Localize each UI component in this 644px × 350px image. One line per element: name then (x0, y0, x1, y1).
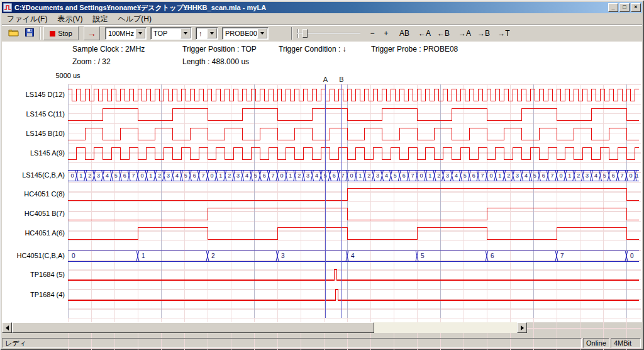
maximize-button[interactable]: □ (619, 3, 630, 12)
scroll-left-button[interactable] (2, 322, 12, 333)
toolbar-separator (40, 27, 41, 40)
floppy-disk-icon (25, 28, 34, 38)
waveform-area[interactable] (2, 42, 642, 322)
menu-view[interactable]: 表示(V) (52, 13, 87, 25)
combo-dropdown-button[interactable] (180, 28, 191, 38)
status-message: レディ (2, 338, 582, 348)
statusbar: レディ Online 4MBit (2, 338, 642, 348)
time-axis-label: 5000 us (53, 72, 83, 79)
combo-dropdown-button[interactable] (257, 28, 267, 38)
toolbar-separator (291, 27, 292, 40)
app-window: C:¥Documents and Settings¥noname¥デスクトップ¥… (0, 0, 644, 350)
jump-to-b-left-button[interactable]: ←B (435, 27, 452, 40)
triangle-right-icon (521, 325, 524, 330)
trigger-position-info: Trigger Position : TOP (182, 45, 257, 54)
menubar: ファイル(F) 表示(V) 設定 ヘルプ(H) (2, 14, 642, 25)
chevron-down-icon (210, 32, 214, 35)
menu-file[interactable]: ファイル(F) (2, 13, 52, 25)
horizontal-scrollbar[interactable] (2, 322, 527, 333)
jump-to-trigger-button[interactable]: →T (495, 27, 513, 40)
menu-help[interactable]: ヘルプ(H) (113, 13, 157, 25)
stop-button[interactable]: Stop (43, 26, 79, 40)
minimize-button[interactable]: _ (608, 3, 618, 12)
status-online: Online (583, 338, 609, 348)
chevron-down-icon (260, 32, 264, 35)
ab-span-button[interactable]: AB (396, 27, 413, 40)
open-file-button[interactable] (6, 27, 21, 40)
titlebar[interactable]: C:¥Documents and Settings¥noname¥デスクトップ¥… (2, 2, 642, 13)
sample-clock-combo[interactable]: 100MHz (105, 27, 147, 40)
jump-to-a-right-button[interactable]: →A (456, 27, 474, 40)
jump-to-b-right-button[interactable]: →B (475, 27, 492, 40)
trigger-position-combo[interactable]: TOP (150, 27, 192, 40)
combo-dropdown-button[interactable] (135, 28, 145, 38)
trigger-edge-value: ↑ (196, 30, 207, 37)
chevron-down-icon (184, 32, 187, 35)
app-icon (3, 3, 12, 12)
trigger-probe-info: Trigger Probe : PROBE08 (371, 45, 458, 54)
chevron-down-icon (138, 32, 142, 35)
trigger-position-value: TOP (151, 30, 180, 37)
sample-clock-info: Sample Clock : 2MHz (72, 45, 145, 54)
window-title: C:¥Documents and Settings¥noname¥デスクトップ¥… (14, 3, 607, 13)
close-button[interactable]: × (631, 3, 641, 12)
run-arrow-icon: → (87, 28, 96, 38)
save-file-button[interactable] (22, 27, 37, 40)
zoom-info: Zoom : / 32 (72, 57, 111, 66)
background-grid (68, 84, 641, 350)
status-memory: 4MBit (611, 338, 641, 348)
stop-icon (50, 31, 55, 37)
scrollbar-thumb[interactable] (12, 322, 374, 333)
run-button[interactable]: → (84, 26, 100, 40)
toolbar: Stop → 100MHz TOP ↑ PROBE00 − + AB (2, 26, 642, 42)
zoom-out-button[interactable]: − (365, 27, 379, 40)
scroll-right-button[interactable] (517, 322, 527, 333)
trigger-probe-value: PROBE00 (223, 30, 257, 37)
open-folder-icon (8, 28, 19, 38)
combo-dropdown-button[interactable] (207, 28, 217, 38)
trigger-condition-info: Trigger Condition : ↓ (279, 45, 347, 54)
trigger-probe-combo[interactable]: PROBE00 (222, 27, 269, 40)
zoom-in-button[interactable]: + (379, 27, 393, 40)
slider-handle[interactable] (303, 29, 308, 38)
triangle-left-icon (6, 325, 9, 330)
zoom-slider[interactable] (297, 27, 360, 40)
length-info: Length : 488.000 us (182, 57, 249, 66)
trigger-edge-combo[interactable]: ↑ (196, 27, 218, 40)
menu-settings[interactable]: 設定 (87, 13, 113, 25)
sample-clock-value: 100MHz (106, 30, 135, 37)
jump-to-a-left-button[interactable]: ←A (416, 27, 433, 40)
stop-button-label: Stop (58, 30, 72, 37)
